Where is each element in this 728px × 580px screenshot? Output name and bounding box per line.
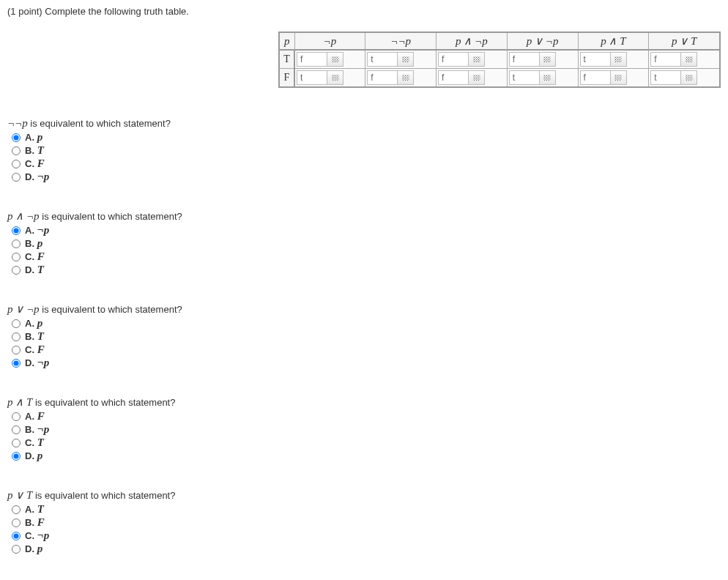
option-radio[interactable] <box>12 173 21 182</box>
option-row: B. T <box>12 330 721 343</box>
option-value: p <box>37 237 43 249</box>
option-radio[interactable] <box>12 518 21 527</box>
grid-icon <box>473 75 480 81</box>
option-value: ¬p <box>37 224 50 236</box>
option-value: F <box>37 157 45 169</box>
option-row: A. F <box>12 410 721 423</box>
truth-value-input[interactable]: f <box>509 52 540 67</box>
option-radio[interactable] <box>12 160 21 168</box>
answer-cell: f <box>437 69 508 88</box>
option-radio[interactable] <box>12 545 21 554</box>
option-row: D. T <box>12 264 721 276</box>
option-radio[interactable] <box>12 359 21 368</box>
option-label: B. T <box>25 144 44 157</box>
col-header-p: p <box>279 32 294 50</box>
truth-value-input[interactable]: f <box>438 70 469 85</box>
option-row: D. ¬p <box>12 357 721 369</box>
truth-value-input[interactable]: f <box>297 52 327 67</box>
grid-icon <box>332 56 339 62</box>
option-value: p <box>37 543 43 554</box>
option-radio[interactable] <box>12 239 21 248</box>
option-label: A. F <box>25 410 45 423</box>
truth-value-input[interactable]: f <box>438 52 469 67</box>
truth-value-input[interactable]: t <box>509 70 540 85</box>
keypad-button[interactable] <box>540 70 556 85</box>
truth-value-input[interactable]: t <box>650 70 681 85</box>
option-radio[interactable] <box>12 133 21 142</box>
answer-cell: f <box>578 69 649 88</box>
option-label: D. T <box>25 264 44 276</box>
option-label: B. T <box>25 330 44 343</box>
option-row: C. F <box>12 157 721 170</box>
option-row: A. ¬p <box>12 224 721 237</box>
option-label: B. ¬p <box>25 423 49 436</box>
option-radio[interactable] <box>12 146 21 155</box>
option-radio[interactable] <box>12 505 21 514</box>
question-text: ¬¬p is equivalent to which statement? <box>7 117 721 130</box>
option-radio[interactable] <box>12 226 21 235</box>
option-radio[interactable] <box>12 266 21 275</box>
keypad-button[interactable] <box>398 52 414 67</box>
option-radio[interactable] <box>12 253 21 261</box>
grid-icon <box>686 75 693 81</box>
question-block: p ∧ ¬p is equivalent to which statement?… <box>7 209 721 276</box>
option-row: B. T <box>12 144 721 157</box>
option-row: C. ¬p <box>12 529 721 542</box>
question-text: p ∧ T is equivalent to which statement? <box>7 395 721 409</box>
question-text: p ∧ ¬p is equivalent to which statement? <box>7 209 721 223</box>
question-expression: p ∧ ¬p <box>7 210 40 222</box>
truth-value-input[interactable]: f <box>367 70 398 85</box>
col-header-pornotp: p ∨ ¬p <box>507 32 578 50</box>
option-radio[interactable] <box>12 346 21 354</box>
option-radio[interactable] <box>12 319 21 328</box>
keypad-button[interactable] <box>469 52 485 67</box>
option-label: B. F <box>25 516 45 529</box>
keypad-button[interactable] <box>611 70 627 85</box>
grid-icon <box>473 56 480 62</box>
answer-cell: f <box>437 50 508 69</box>
option-row: A. p <box>12 131 721 144</box>
option-value: ¬p <box>37 423 50 435</box>
keypad-button[interactable] <box>540 52 556 67</box>
keypad-button[interactable] <box>611 52 627 67</box>
question-block: p ∧ T is equivalent to which statement?A… <box>7 395 721 462</box>
col-header-porT: p ∨ T <box>649 32 720 50</box>
option-radio[interactable] <box>12 532 21 540</box>
question-expression: p ∨ ¬p <box>7 303 40 315</box>
option-label: A. p <box>25 317 42 330</box>
question-tail: is equivalent to which statement? <box>28 118 171 129</box>
option-label: A. p <box>25 131 42 144</box>
option-radio[interactable] <box>12 439 21 447</box>
grid-icon <box>686 56 693 62</box>
keypad-button[interactable] <box>681 52 697 67</box>
option-label: C. F <box>25 157 45 170</box>
truth-value-input[interactable]: t <box>297 70 327 85</box>
keypad-button[interactable] <box>327 70 343 85</box>
grid-icon <box>543 56 551 62</box>
option-label: A. T <box>25 503 44 516</box>
option-row: A. T <box>12 503 721 516</box>
option-row: B. p <box>12 237 721 250</box>
truth-table: p ¬p ¬¬p p ∧ ¬p p ∨ ¬p p ∧ T p ∨ T Tftff… <box>278 31 721 88</box>
truth-value-input[interactable]: f <box>650 52 681 67</box>
option-radio[interactable] <box>12 332 21 341</box>
option-value: F <box>37 516 45 528</box>
truth-value-input[interactable]: t <box>580 52 611 67</box>
keypad-button[interactable] <box>469 70 485 85</box>
p-value-cell: T <box>279 50 294 69</box>
option-value: p <box>37 131 43 143</box>
option-radio[interactable] <box>12 452 21 461</box>
option-label: D. ¬p <box>25 357 49 369</box>
answer-cell: t <box>649 69 720 88</box>
option-radio[interactable] <box>12 425 21 434</box>
option-value: T <box>37 503 44 515</box>
option-row: D. ¬p <box>12 171 721 183</box>
keypad-button[interactable] <box>681 70 697 85</box>
truth-value-input[interactable]: t <box>367 52 398 67</box>
col-header-pandT: p ∧ T <box>578 32 649 50</box>
option-value: ¬p <box>37 171 50 182</box>
option-radio[interactable] <box>12 412 21 421</box>
keypad-button[interactable] <box>398 70 414 85</box>
keypad-button[interactable] <box>327 52 343 67</box>
truth-value-input[interactable]: f <box>580 70 611 85</box>
